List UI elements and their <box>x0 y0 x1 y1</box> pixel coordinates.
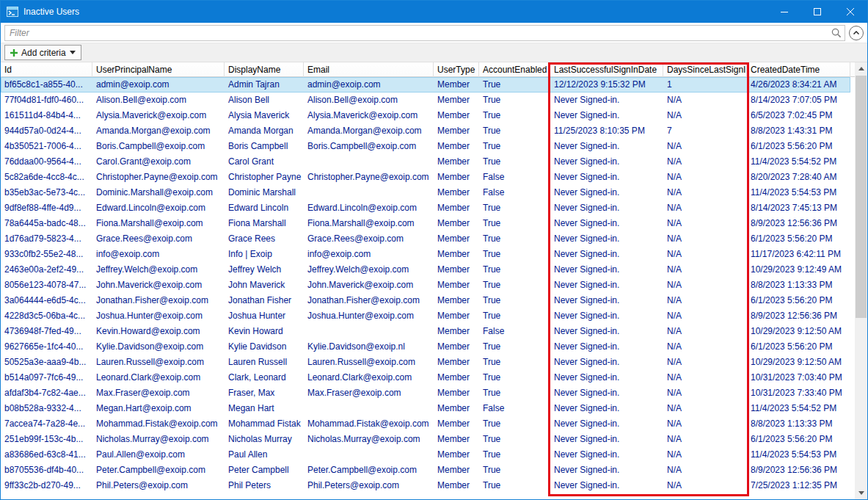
table-row[interactable]: b8705536-df4b-40...Peter.Campbell@exoip.… <box>1 463 850 478</box>
cell-UserType: Member <box>434 293 479 308</box>
cell-LastSuccessfulSignInDate: Never Signed-in. <box>550 447 663 463</box>
cell-DisplayName: Clark, Leonard <box>225 370 304 385</box>
filter-input[interactable] <box>4 25 845 41</box>
cell-AccountEnabled: True <box>479 200 550 216</box>
cell-Id: 251eb99f-153c-4b... <box>1 432 92 447</box>
column-header-DisplayName[interactable]: DisplayName <box>225 62 304 77</box>
table-row[interactable]: 78a6445a-badc-48...Fiona.Marshall@exoip.… <box>1 216 850 231</box>
table-row[interactable]: 944d57a0-0d24-4...Amanda.Morgan@exoip.co… <box>1 123 850 139</box>
cell-Id: a83686ed-63c8-41... <box>1 447 92 463</box>
close-button[interactable] <box>834 1 867 23</box>
table-row[interactable]: 9ff33c2b-d270-49...Phil.Peters@exoip.com… <box>1 478 850 493</box>
cell-UserPrincipalName: Max.Fraser@exoip.com <box>92 385 225 401</box>
column-header-UserType[interactable]: UserType <box>434 62 479 77</box>
filter-bar <box>1 23 867 43</box>
cell-AccountEnabled: True <box>479 416 550 432</box>
cell-LastSuccessfulSignInDate: Never Signed-in. <box>550 463 663 478</box>
cell-DaysSinceLastSignIn: N/A <box>663 247 747 262</box>
table-row[interactable]: afdaf3b4-7c82-4ae...Max.Fraser@exoip.com… <box>1 385 850 401</box>
cell-Email: Max.Fraser@exoip.com <box>304 385 434 401</box>
cell-CreatedDateTime: 6/1/2023 5:56:20 PM <box>747 339 850 355</box>
table-row[interactable]: 50525a3e-aaa9-4b...Lauren.Russell@exoip.… <box>1 355 850 370</box>
table-row[interactable]: 933c0fb2-55e2-48...info@exoip.comInfo | … <box>1 247 850 262</box>
cell-AccountEnabled: True <box>479 77 550 93</box>
scroll-down-button[interactable] <box>855 487 867 499</box>
cell-UserPrincipalName: Alysia.Maverick@exoip.com <box>92 108 225 123</box>
minimize-button[interactable] <box>768 1 801 23</box>
cell-DaysSinceLastSignIn: N/A <box>663 401 747 416</box>
cell-UserPrincipalName: Kevin.Howard@exoip.com <box>92 324 225 339</box>
cell-UserType: Member <box>434 154 479 170</box>
cell-AccountEnabled: True <box>479 355 550 370</box>
table-row[interactable]: 4228d3c5-06ba-4c...Joshua.Hunter@exoip.c… <box>1 308 850 324</box>
cell-CreatedDateTime: 10/29/2023 9:12:50 AM <box>747 324 850 339</box>
cell-DisplayName: Jeffrey Welch <box>225 262 304 278</box>
table-row[interactable]: 77f04d81-fdf0-460...Alison.Bell@exoip.co… <box>1 93 850 108</box>
cell-AccountEnabled: True <box>479 278 550 293</box>
cell-AccountEnabled: True <box>479 447 550 463</box>
column-header-CreatedDateTime[interactable]: CreatedDateTime <box>747 62 850 77</box>
table-row[interactable]: 9df8ef88-4ffe-4d9...Edward.Lincoln@exoip… <box>1 200 850 216</box>
cell-LastSuccessfulSignInDate: Never Signed-in. <box>550 478 663 493</box>
cell-DisplayName: John Maverick <box>225 278 304 293</box>
cell-DisplayName: Megan Hart <box>225 401 304 416</box>
cell-AccountEnabled: True <box>479 108 550 123</box>
cell-DisplayName: Kylie Davidson <box>225 339 304 355</box>
cell-Id: 5c82a6de-4cc8-4c... <box>1 170 92 185</box>
cell-AccountEnabled: False <box>479 324 550 339</box>
table-row[interactable]: 4b350521-7006-4...Boris.Campbell@exoip.c… <box>1 139 850 154</box>
cell-DisplayName: Lauren Russell <box>225 355 304 370</box>
table-row[interactable]: a83686ed-63c8-41...Paul.Allen@exoip.comP… <box>1 447 850 463</box>
table-row[interactable]: 8056e123-4078-47...John.Maverick@exoip.c… <box>1 278 850 293</box>
collapse-criteria-button[interactable] <box>849 26 864 40</box>
scrollbar-thumb[interactable] <box>856 76 867 318</box>
column-header-Email[interactable]: Email <box>304 62 434 77</box>
table-row[interactable]: 251eb99f-153c-4b...Nicholas.Murray@exoip… <box>1 432 850 447</box>
cell-UserType: Member <box>434 401 479 416</box>
add-criteria-button[interactable]: Add criteria <box>4 45 81 60</box>
cell-AccountEnabled: True <box>479 262 550 278</box>
cell-DaysSinceLastSignIn: N/A <box>663 93 747 108</box>
cell-AccountEnabled: True <box>479 247 550 262</box>
table-row[interactable]: 161511d4-84b4-4...Alysia.Maverick@exoip.… <box>1 108 850 123</box>
table-row[interactable]: b08b528a-9332-4...Megan.Hart@exoip.comMe… <box>1 401 850 416</box>
cell-DisplayName: Mohammad Fistak <box>225 416 304 432</box>
table-row[interactable]: 3a064444-e6d5-4c...Jonathan.Fisher@exoip… <box>1 293 850 308</box>
maximize-button[interactable] <box>801 1 834 23</box>
cell-DisplayName: Fraser, Max <box>225 385 304 401</box>
cell-UserPrincipalName: Lauren.Russell@exoip.com <box>92 355 225 370</box>
plus-icon <box>10 49 18 57</box>
cell-Id: 9627665e-1fc4-40... <box>1 339 92 355</box>
table-row[interactable]: bf65c8c1-a855-40...admin@exoip.comAdmin … <box>1 77 850 93</box>
table-row[interactable]: 5c82a6de-4cc8-4c...Christopher.Payne@exo… <box>1 170 850 185</box>
column-header-AccountEnabled[interactable]: AccountEnabled <box>479 62 550 77</box>
grid-body: bf65c8c1-a855-40...admin@exoip.comAdmin … <box>1 77 850 493</box>
table-row[interactable]: 4736948f-7fed-49...Kevin.Howard@exoip.co… <box>1 324 850 339</box>
cell-DisplayName: Paul Allen <box>225 447 304 463</box>
cell-Id: 4b350521-7006-4... <box>1 139 92 154</box>
table-row[interactable]: b514a097-7fc6-49...Leonard.Clark@exoip.c… <box>1 370 850 385</box>
table-row[interactable]: 9627665e-1fc4-40...Kylie.Davidson@exoip.… <box>1 339 850 355</box>
cell-UserType: Member <box>434 77 479 93</box>
cell-CreatedDateTime: 11/17/2023 6:42:11 PM <box>747 247 850 262</box>
table-row[interactable]: b35eb3ac-5e73-4c...Dominic.Marshall@exoi… <box>1 185 850 200</box>
column-header-Id[interactable]: Id <box>1 62 92 77</box>
table-row[interactable]: 7accea74-7a28-4e...Mohammad.Fistak@exoip… <box>1 416 850 432</box>
cell-DisplayName: Info | Exoip <box>225 247 304 262</box>
column-header-LastSuccessfulSignInDate[interactable]: LastSuccessfulSignInDate <box>550 62 663 77</box>
cell-DisplayName: Alison Bell <box>225 93 304 108</box>
table-row[interactable]: 2463e00a-2ef2-49...Jeffrey.Welch@exoip.c… <box>1 262 850 278</box>
vertical-scrollbar[interactable] <box>855 62 867 499</box>
cell-UserType: Member <box>434 324 479 339</box>
scroll-up-button[interactable] <box>855 62 867 75</box>
column-header-DaysSinceLastSignIn[interactable]: DaysSinceLastSignIn <box>663 62 747 77</box>
cell-DaysSinceLastSignIn: N/A <box>663 416 747 432</box>
table-row[interactable]: 1d76ad79-5823-4...Grace.Rees@exoip.comGr… <box>1 231 850 247</box>
cell-Email: Mohammad.Fistak@exoip.com <box>304 416 434 432</box>
cell-DaysSinceLastSignIn: N/A <box>663 200 747 216</box>
column-header-UserPrincipalName[interactable]: UserPrincipalName <box>92 62 225 77</box>
cell-DaysSinceLastSignIn: N/A <box>663 447 747 463</box>
cell-LastSuccessfulSignInDate: Never Signed-in. <box>550 308 663 324</box>
cell-UserType: Member <box>434 108 479 123</box>
table-row[interactable]: 76ddaa00-9564-4...Carol.Grant@exoip.comC… <box>1 154 850 170</box>
